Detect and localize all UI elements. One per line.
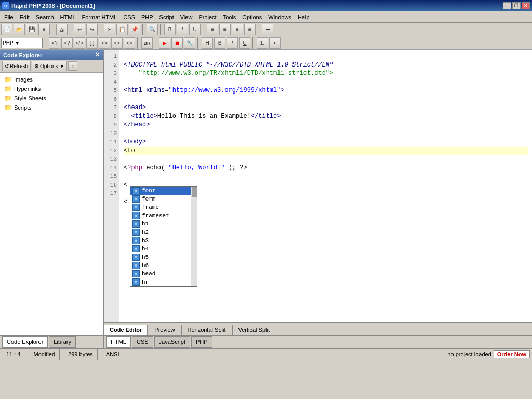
options-button[interactable]: ⚙ Options ▼: [32, 61, 67, 71]
ac-label-h4: h4: [142, 246, 149, 252]
menu-tools[interactable]: Tools: [220, 13, 240, 21]
tree-item-scripts[interactable]: 📁 Scripts: [2, 103, 101, 112]
tab-code-explorer[interactable]: Code Explorer: [2, 336, 48, 348]
sort-button[interactable]: ↕: [68, 61, 77, 71]
tree-item-hyperlinks[interactable]: 📁 Hyperlinks: [2, 84, 101, 94]
menu-php[interactable]: PHP: [138, 13, 156, 21]
run-button[interactable]: ▶: [159, 37, 170, 49]
ac-item-font[interactable]: ⊞ font: [130, 187, 197, 195]
ac-item-h2[interactable]: ⊞ h2: [130, 228, 197, 236]
tab-vertical-split[interactable]: Vertical Split: [232, 325, 275, 335]
align-center-button[interactable]: ≡: [219, 24, 231, 35]
find-button[interactable]: 🔍: [147, 24, 158, 35]
refresh-button[interactable]: ↺ Refresh: [2, 61, 31, 71]
menu-css[interactable]: CSS: [120, 13, 138, 21]
list-ul-btn[interactable]: •: [269, 37, 281, 49]
new-button[interactable]: 📄: [1, 24, 12, 35]
tag-btn1[interactable]: <>: [99, 37, 110, 49]
tab-code-editor[interactable]: Code Editor: [104, 325, 148, 335]
cut-button[interactable]: ✂: [104, 24, 115, 35]
align-right-button[interactable]: ≡: [232, 24, 243, 35]
tree-item-stylesheets[interactable]: 📁 Style Sheets: [2, 94, 101, 103]
header-btn[interactable]: H: [202, 37, 213, 49]
open-button[interactable]: 📂: [14, 24, 25, 35]
toolbar-1: 📄 📂 💾 ≡ 🖨 ↩ ↪ ✂ 📋 📌 🔍 B I U ≡ ≡ ≡ ≡ ☰: [0, 23, 532, 36]
align-justify-button[interactable]: ≡: [244, 24, 256, 35]
minimize-button[interactable]: —: [503, 2, 511, 9]
sep8: [45, 37, 47, 49]
menu-options[interactable]: Options: [239, 13, 265, 21]
tree-label-scripts: Scripts: [14, 104, 32, 111]
ac-item-h1[interactable]: ⊞ h1: [130, 220, 197, 228]
maximize-button[interactable]: ❐: [512, 2, 521, 9]
menu-edit[interactable]: Edit: [17, 13, 33, 21]
ac-item-h5[interactable]: ⊞ h5: [130, 253, 197, 261]
ac-label-h6: h6: [142, 262, 149, 269]
sep2: [70, 24, 72, 35]
menu-view[interactable]: View: [177, 13, 196, 21]
menu-project[interactable]: Project: [195, 13, 219, 21]
tag-btn2[interactable]: <>: [111, 37, 123, 49]
editor-bottom-tabs: Code Editor Preview Horizontal Split Ver…: [104, 322, 532, 335]
align-left-button[interactable]: ≡: [207, 24, 218, 35]
folder-icon-2: 📁: [4, 85, 12, 92]
tab-html[interactable]: HTML: [106, 336, 131, 348]
ac-item-h6[interactable]: ⊞ h6: [130, 261, 197, 270]
redo-button[interactable]: ↪: [86, 24, 98, 35]
menu-html[interactable]: HTML: [57, 13, 79, 21]
list-button[interactable]: ☰: [262, 24, 273, 35]
save-button[interactable]: 💾: [26, 24, 37, 35]
ac-item-h4[interactable]: ⊞ h4: [130, 245, 197, 253]
ac-icon-font: ⊞: [132, 187, 140, 194]
tab-preview[interactable]: Preview: [149, 325, 180, 335]
bold-button[interactable]: B: [164, 24, 176, 35]
insert-code-button[interactable]: { }: [86, 37, 98, 49]
format-btn3[interactable]: U: [239, 37, 250, 49]
save-all-button[interactable]: ≡: [38, 24, 50, 35]
php-dropdown[interactable]: PHP ▼: [1, 38, 43, 48]
tab-css[interactable]: CSS: [132, 336, 153, 348]
explorer-header: Code Explorer ✕: [0, 50, 103, 60]
sep1: [52, 24, 54, 35]
status-modified: Modified: [30, 349, 60, 360]
tab-horizontal-split[interactable]: Horizontal Split: [181, 325, 231, 335]
tree-item-images[interactable]: 📁 Images: [2, 75, 101, 84]
tab-library[interactable]: Library: [49, 336, 76, 348]
menu-help[interactable]: Help: [295, 13, 313, 21]
stop-button[interactable]: ⏹: [171, 37, 183, 49]
menu-script[interactable]: Script: [156, 13, 177, 21]
ac-item-h3[interactable]: ⊞ h3: [130, 236, 197, 245]
format-btn1[interactable]: B: [214, 37, 225, 49]
list-ol-btn[interactable]: 1.: [257, 37, 268, 49]
ac-item-form[interactable]: ⊞ form: [130, 195, 197, 203]
ac-label-h1: h1: [142, 221, 149, 227]
titlebar-title: R Rapid PHP 2008 - [Document1]: [2, 2, 95, 9]
ac-item-frameset[interactable]: ⊞ frameset: [130, 211, 197, 220]
ac-item-frame[interactable]: ⊞ frame: [130, 203, 197, 211]
tag-btn3[interactable]: <>: [124, 37, 135, 49]
explorer-close-icon[interactable]: ✕: [95, 51, 100, 58]
menu-windows[interactable]: Windows: [265, 13, 295, 21]
insert-tag-button[interactable]: </>: [74, 37, 85, 49]
close-button[interactable]: ✕: [522, 2, 530, 9]
tab-php[interactable]: PHP: [191, 336, 212, 348]
copy-button[interactable]: 📋: [116, 24, 128, 35]
print-button[interactable]: 🖨: [56, 24, 68, 35]
debug-button[interactable]: 🔧: [184, 37, 195, 49]
underline-button[interactable]: U: [189, 24, 201, 35]
ac-item-hr[interactable]: ⊞ hr: [130, 278, 197, 286]
tab-javascript[interactable]: JavaScript: [154, 336, 190, 348]
menu-format-html[interactable]: Format HTML: [79, 13, 121, 21]
format-btn2[interactable]: I: [227, 37, 238, 49]
explorer-tree: 📁 Images 📁 Hyperlinks 📁 Style Sheets 📁 S…: [0, 73, 103, 335]
undo-button[interactable]: ↩: [74, 24, 85, 35]
insert-php2-button[interactable]: <?: [61, 37, 73, 49]
insert-php-button[interactable]: <?: [49, 37, 60, 49]
order-now-button[interactable]: Order Now: [494, 350, 530, 358]
menu-file[interactable]: File: [1, 13, 17, 21]
br-button[interactable]: BR: [141, 37, 153, 49]
paste-button[interactable]: 📌: [129, 24, 140, 35]
menu-search[interactable]: Search: [33, 13, 57, 21]
italic-button[interactable]: I: [177, 24, 188, 35]
ac-item-head[interactable]: ⊞ head: [130, 270, 197, 278]
